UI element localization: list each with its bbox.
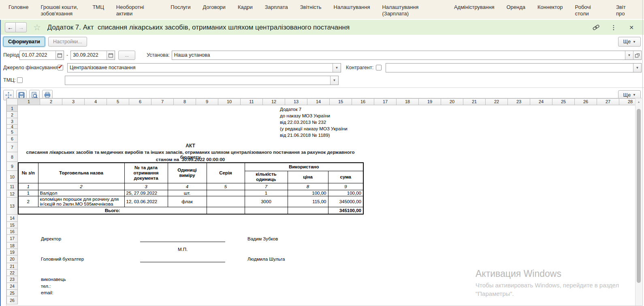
column-header[interactable]: 17 xyxy=(374,98,397,105)
funding-checkbox[interactable] xyxy=(58,65,63,70)
column-header[interactable]: 21 xyxy=(463,98,486,105)
row-header[interactable]: 18 xyxy=(6,242,18,249)
generate-button[interactable]: Сформувати xyxy=(3,37,45,47)
more-menu-icon[interactable]: ⋮ xyxy=(610,24,617,31)
tmc-field[interactable]: ▼ xyxy=(65,76,339,85)
institution-field[interactable]: Наша установа ▼ xyxy=(172,51,642,60)
column-header[interactable]: 7 xyxy=(151,98,174,105)
column-header[interactable]: 10 xyxy=(218,98,241,105)
column-header[interactable]: 16 xyxy=(352,98,374,105)
document-header-line: до наказу МОЗ України xyxy=(280,113,348,119)
forward-button[interactable]: → xyxy=(16,22,27,32)
menu-item[interactable]: Звіт про витрати xyxy=(610,3,642,19)
column-header[interactable]: 24 xyxy=(530,98,552,105)
menu-item[interactable]: Звітність xyxy=(294,3,328,12)
column-header[interactable]: 28 xyxy=(619,98,635,105)
chevron-down-icon[interactable]: ▼ xyxy=(625,51,633,60)
column-header[interactable]: 14 xyxy=(307,98,330,105)
row-header[interactable]: 2 xyxy=(6,112,18,118)
select-all-corner[interactable] xyxy=(6,98,18,105)
contractor-field[interactable]: ▼ xyxy=(386,63,642,72)
chevron-down-icon[interactable]: ▼ xyxy=(633,64,641,72)
row-header[interactable]: 5 xyxy=(6,129,18,135)
row-header[interactable]: 15 xyxy=(6,222,18,228)
column-header[interactable]: 1 xyxy=(18,98,40,105)
menu-item[interactable]: Оренда xyxy=(500,3,531,12)
row-header[interactable]: 8 xyxy=(6,152,18,162)
column-header[interactable]: 15 xyxy=(330,98,352,105)
row-header[interactable]: 23 xyxy=(6,276,18,283)
row-header[interactable]: 10 xyxy=(6,171,18,183)
tmc-checkbox[interactable] xyxy=(17,77,23,83)
row-header[interactable]: 12 xyxy=(6,190,18,198)
calendar-icon[interactable] xyxy=(55,51,64,60)
menu-item[interactable]: Зарплата xyxy=(259,3,294,12)
chevron-down-icon[interactable]: ▼ xyxy=(330,76,338,85)
contractor-checkbox[interactable] xyxy=(376,65,382,70)
menu-item[interactable]: Робочі столи xyxy=(569,3,610,18)
favorite-star-icon[interactable]: ☆ xyxy=(33,23,41,32)
settings-button[interactable]: Настройки... xyxy=(48,37,87,47)
scroll-up-icon[interactable]: ▲ xyxy=(635,98,642,105)
open-form-icon[interactable] xyxy=(633,51,641,60)
back-button[interactable]: ← xyxy=(5,22,16,32)
row-header[interactable]: 7 xyxy=(6,142,18,152)
column-header[interactable]: 4 xyxy=(85,98,107,105)
row-header[interactable]: 1 xyxy=(6,105,18,112)
calendar-icon[interactable] xyxy=(107,51,115,60)
column-header[interactable]: 25 xyxy=(552,98,575,105)
row-header[interactable]: 6 xyxy=(6,135,18,142)
column-header[interactable]: 22 xyxy=(486,98,508,105)
column-header[interactable]: 18 xyxy=(397,98,419,105)
period-from-input[interactable]: 01.07.2022 xyxy=(19,51,64,60)
menu-item[interactable]: Налаштування (Зарплата) xyxy=(376,3,448,18)
chevron-down-icon[interactable]: ▼ xyxy=(333,64,341,72)
row-header[interactable]: 16 xyxy=(6,228,18,235)
column-header[interactable]: 3 xyxy=(62,98,85,105)
column-header[interactable]: 5 xyxy=(107,98,129,105)
row-header[interactable]: 13 xyxy=(6,198,18,215)
menu-item[interactable]: Необоротні активи xyxy=(110,3,165,18)
row-header[interactable]: 14 xyxy=(6,215,18,222)
menu-item[interactable]: Налаштування xyxy=(328,3,376,12)
row-header[interactable]: 26 xyxy=(6,296,18,304)
period-to-input[interactable]: 30.09.2022 xyxy=(70,51,115,60)
menu-item[interactable]: Кадри xyxy=(232,3,259,12)
column-header[interactable]: 2 xyxy=(40,98,62,105)
scrollbar-thumb[interactable] xyxy=(637,109,641,283)
column-header[interactable]: 20 xyxy=(441,98,463,105)
column-header[interactable]: 19 xyxy=(419,98,441,105)
funding-field[interactable]: Централізоване постачання ▼ xyxy=(67,63,341,72)
row-header[interactable]: 24 xyxy=(6,283,18,290)
column-header[interactable]: 23 xyxy=(508,98,530,105)
menu-item[interactable]: Грошові кошти, зобов'язання xyxy=(34,3,86,18)
menu-item[interactable]: Коннектор xyxy=(531,3,569,12)
column-header[interactable]: 26 xyxy=(575,98,597,105)
row-header[interactable]: 17 xyxy=(6,235,18,242)
period-variants-button[interactable]: ... xyxy=(118,51,135,60)
column-header[interactable]: 13 xyxy=(285,98,307,105)
close-icon[interactable]: ✕ xyxy=(628,24,635,31)
column-header[interactable]: 8 xyxy=(174,98,196,105)
menu-item[interactable]: Договори xyxy=(197,3,232,12)
column-header[interactable]: 9 xyxy=(196,98,218,105)
row-header[interactable]: 20 xyxy=(6,255,18,263)
menu-item[interactable]: Послуги xyxy=(164,3,196,12)
menu-item[interactable]: Головне xyxy=(2,3,34,12)
column-header[interactable]: 27 xyxy=(597,98,619,105)
row-header[interactable]: 25 xyxy=(6,290,18,296)
column-header[interactable]: 6 xyxy=(129,98,151,105)
menu-item[interactable]: ТМЦ xyxy=(86,3,110,12)
column-header[interactable]: 12 xyxy=(263,98,285,105)
menu-item[interactable]: Адміністрування xyxy=(448,3,501,12)
row-header[interactable]: 11 xyxy=(6,183,18,190)
row-header[interactable]: 4 xyxy=(6,125,18,129)
link-icon[interactable] xyxy=(592,24,599,31)
row-header[interactable]: 19 xyxy=(6,249,18,255)
row-header[interactable]: 21 xyxy=(6,263,18,270)
row-header[interactable]: 22 xyxy=(6,270,18,276)
column-header[interactable]: 11 xyxy=(241,98,263,105)
vertical-scrollbar[interactable]: ▲ xyxy=(635,98,642,306)
more-button-top[interactable]: Ще▼ xyxy=(618,37,641,47)
row-header[interactable]: 9 xyxy=(6,162,18,171)
